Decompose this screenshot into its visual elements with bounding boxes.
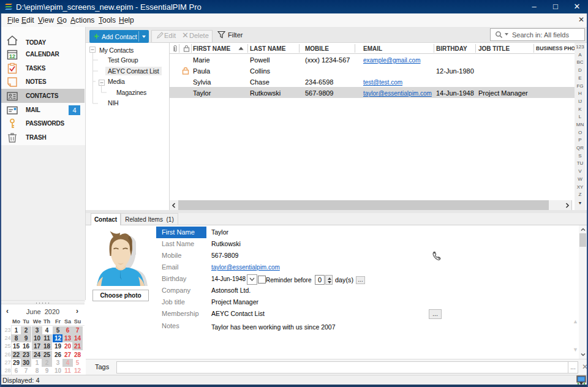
svg-text:12: 12 [9,53,15,59]
